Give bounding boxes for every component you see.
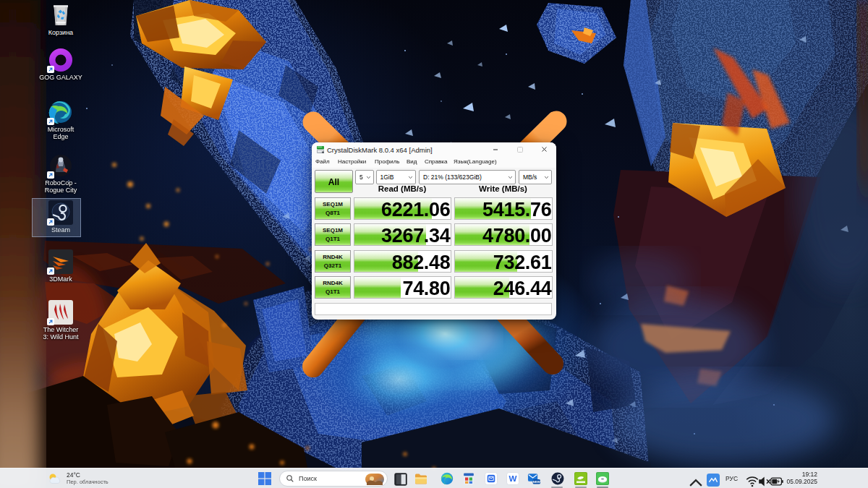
svg-text:W: W xyxy=(509,474,517,483)
svg-text:NEW: NEW xyxy=(533,480,540,484)
